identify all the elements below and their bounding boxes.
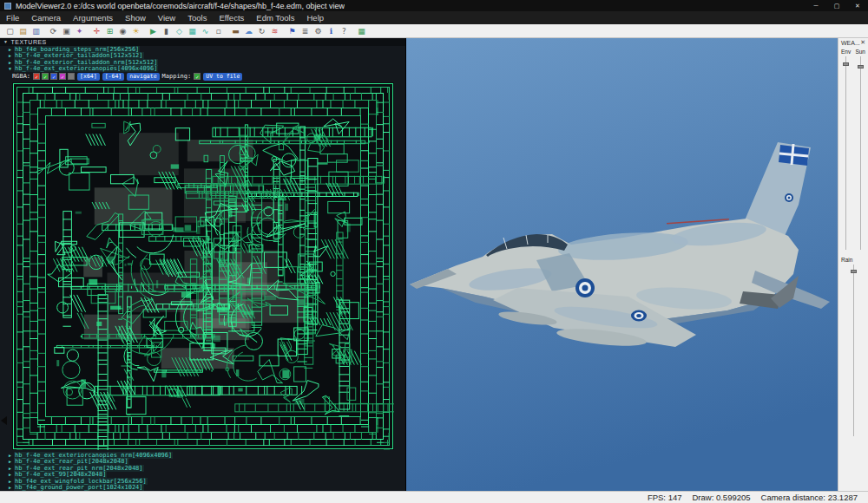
app-icon — [4, 3, 11, 10]
green-channel-checkbox[interactable]: ✓ — [42, 73, 49, 80]
settings-icon[interactable]: ⚙ — [312, 25, 325, 37]
tree-expand-icon: ▶ — [9, 472, 11, 477]
sun-slider[interactable] — [857, 56, 865, 250]
menu-item[interactable]: Edm Tools — [250, 11, 300, 24]
toolbar: ▢▤▥⟳▣✦✛⊞◉☀▶▮◇▦∿▫▬☁↻≋⚑≣⚙ℹ?▦ — [0, 24, 868, 38]
minimize-button[interactable]: ─ — [806, 0, 826, 11]
bounds-icon[interactable]: ▫ — [212, 25, 225, 37]
tree-expand-icon: ▶ — [9, 53, 11, 58]
texture-tree-item[interactable]: ▼ hb_f-4e_ext_exteriorcanopies[4096x4096… — [0, 66, 405, 73]
open-file-icon[interactable]: ▤ — [16, 25, 30, 37]
rain-slider-track — [853, 265, 854, 436]
close-button[interactable]: ✕ — [847, 0, 868, 11]
menu-item[interactable]: Show — [119, 11, 152, 24]
wing-roundel — [631, 310, 647, 322]
status-bar: FPS: 147 Draw: 0.599205 Camera distance:… — [0, 491, 868, 503]
pause-icon[interactable]: ▮ — [160, 25, 173, 37]
menu-item[interactable]: Camera — [25, 11, 67, 24]
tree-expand-icon: ▶ — [9, 60, 11, 65]
env-label: Env — [841, 49, 851, 55]
tree-expand-icon: ▶ — [9, 453, 11, 458]
fps-value: FPS: 147 — [648, 493, 682, 502]
ground-icon[interactable]: ▬ — [229, 25, 242, 37]
light-icon[interactable]: ☀ — [129, 25, 142, 37]
tree-expand-icon: ▶ — [9, 459, 11, 464]
tree-expand-icon: ▶ — [9, 485, 11, 490]
camera-distance-value: Camera distance: 23.1287 — [761, 493, 858, 502]
blue-channel-checkbox[interactable]: ✓ — [50, 73, 57, 80]
env-slider-track — [845, 56, 846, 250]
texture-name: hb_f-4e_ext_exteriorcanopies[4096x4096] — [14, 65, 158, 72]
sun-label: Sun — [855, 49, 865, 55]
grid-icon[interactable]: ⊞ — [103, 25, 116, 37]
rotate-icon[interactable]: ↻ — [255, 25, 268, 37]
help-icon[interactable]: ? — [338, 25, 351, 37]
normals-icon[interactable]: ∿ — [199, 25, 212, 37]
screenshot-icon[interactable]: ✦ — [73, 25, 86, 37]
draw-value: Draw: 0.599205 — [692, 493, 750, 502]
play-icon[interactable]: ▶ — [147, 25, 160, 37]
flag-icon[interactable]: ⚑ — [286, 25, 299, 37]
env-slider-handle[interactable] — [843, 62, 849, 66]
channel-checkboxes: ✓✓✓✓ — [33, 73, 75, 80]
scroll-left-arrow[interactable] — [1, 416, 7, 425]
textures-panel: ▼ TEXTURES ▶ hb_f4e_boarding_steps_nrm[2… — [0, 38, 406, 491]
window-title: ModelViewer2.0 e:/dcs world openbeta/cor… — [16, 2, 345, 10]
textures-panel-title: TEXTURES — [10, 38, 46, 46]
aircraft-render — [406, 38, 838, 491]
zoom-out-button[interactable]: [-64] — [102, 73, 125, 81]
weather-panel-title: WEA... — [841, 40, 860, 46]
tree-expand-icon: ▶ — [9, 47, 11, 52]
sun-slider-track — [860, 56, 861, 250]
camera-icon[interactable]: ◉ — [116, 25, 129, 37]
menu-item[interactable]: View — [152, 11, 181, 24]
sky-icon[interactable]: ☁ — [242, 25, 255, 37]
model-viewport[interactable] — [406, 38, 838, 491]
new-file-icon[interactable]: ▢ — [3, 25, 16, 37]
texture-tree-bottom: ▶ hb_f-4e_ext_exteriorcanopies_nrm[4096x… — [0, 452, 405, 491]
zoom-in-button[interactable]: [x64] — [77, 73, 100, 81]
rain-slider[interactable] — [850, 265, 858, 436]
stats-icon[interactable]: ≣ — [299, 25, 312, 37]
mapping-label: Mapping: — [162, 73, 192, 80]
menu-item[interactable]: Help — [300, 11, 330, 24]
weather-panel: WEA... ✕ Env Sun Rain — [838, 38, 868, 491]
title-bar: ModelViewer2.0 e:/dcs world openbeta/cor… — [0, 0, 868, 11]
mapping-checkbox[interactable]: ✓ — [194, 73, 201, 80]
uv-map-canvas[interactable] — [12, 82, 394, 450]
measure-icon[interactable]: ≋ — [268, 25, 281, 37]
textures-panel-header[interactable]: ▼ TEXTURES — [0, 38, 405, 46]
weather-close-icon[interactable]: ✕ — [860, 39, 865, 46]
menu-item[interactable]: Tools — [181, 11, 213, 24]
menu-item[interactable]: File — [0, 11, 25, 24]
uv-to-file-button[interactable]: UV to file — [203, 73, 242, 81]
tree-expand-icon: ▼ — [9, 66, 11, 71]
save-icon[interactable]: ▥ — [30, 25, 43, 37]
extra-channel-checkbox[interactable] — [68, 73, 75, 80]
texture-mode-icon[interactable]: ▦ — [186, 25, 199, 37]
fuselage-roundel — [575, 278, 595, 297]
axes-icon[interactable]: ✛ — [90, 25, 103, 37]
menu-item[interactable]: Arguments — [67, 11, 119, 24]
tree-expand-icon: ▶ — [9, 466, 11, 471]
menu-item[interactable]: Effects — [213, 11, 250, 24]
window-controls: ─ ▢ ✕ — [806, 0, 868, 11]
wireframe-icon[interactable]: ◇ — [173, 25, 186, 37]
info-icon[interactable]: ℹ — [325, 25, 338, 37]
texture-tree-top: ▶ hb_f4e_boarding_steps_nrm[256x256] ▶ h… — [0, 46, 405, 72]
reload-icon[interactable]: ⟳ — [47, 25, 60, 37]
copy-icon[interactable]: ▣ — [60, 25, 73, 37]
texture-inspector-row: RGBA: ✓✓✓✓ [x64] [-64] navigate Mapping:… — [0, 72, 405, 81]
maximize-button[interactable]: ▢ — [826, 0, 847, 11]
sun-slider-handle[interactable] — [858, 65, 864, 69]
collapse-arrow-icon: ▼ — [3, 38, 8, 46]
tree-expand-icon: ▶ — [9, 479, 11, 484]
alpha-channel-checkbox[interactable]: ✓ — [59, 73, 66, 80]
navigate-button[interactable]: navigate — [127, 73, 159, 81]
main-content: ▼ TEXTURES ▶ hb_f4e_boarding_steps_nrm[2… — [0, 38, 868, 491]
env-slider[interactable] — [842, 56, 850, 250]
grid-snap-icon[interactable]: ▦ — [355, 25, 368, 37]
rgba-label: RGBA: — [12, 73, 30, 80]
red-channel-checkbox[interactable]: ✓ — [33, 73, 40, 80]
rain-slider-handle[interactable] — [851, 270, 857, 273]
